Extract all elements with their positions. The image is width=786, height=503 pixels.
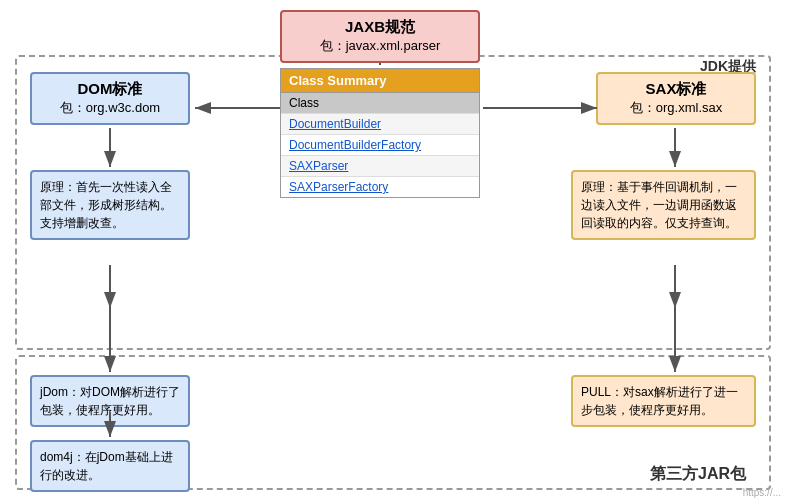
dom-desc-text: 原理：首先一次性读入全部文件，形成树形结构。支持增删改查。 xyxy=(40,180,172,230)
jaxb-title: JAXB规范 xyxy=(292,18,468,37)
dom4j-desc-text: dom4j：在jDom基础上进行的改进。 xyxy=(40,450,173,482)
pull-desc-text: PULL：对sax解析进行了进一步包装，使程序更好用。 xyxy=(581,385,738,417)
class-table-row-1[interactable]: DocumentBuilder xyxy=(281,113,479,134)
third-party-label: 第三方JAR包 xyxy=(650,464,746,485)
sax-desc-box: 原理：基于事件回调机制，一边读入文件，一边调用函数返回读取的内容。仅支持查询。 xyxy=(571,170,756,240)
jdom-desc-text: jDom：对DOM解析进行了包装，使程序更好用。 xyxy=(40,385,180,417)
dom-title: DOM标准 xyxy=(42,80,178,99)
class-table-col-header: Class xyxy=(281,92,479,113)
jaxb-box: JAXB规范 包：javax.xml.parser xyxy=(280,10,480,63)
sax-title: SAX标准 xyxy=(608,80,744,99)
dom-box: DOM标准 包：org.w3c.dom xyxy=(30,72,190,125)
watermark: https://... xyxy=(743,487,781,498)
pull-box: PULL：对sax解析进行了进一步包装，使程序更好用。 xyxy=(571,375,756,427)
main-container: JDK提供 第三方JAR包 JAXB规范 包：javax.xml.parser … xyxy=(0,0,786,503)
class-table-header: Class Summary xyxy=(281,69,479,92)
jaxb-subtitle: 包：javax.xml.parser xyxy=(292,37,468,55)
class-table-row-2[interactable]: DocumentBuilderFactory xyxy=(281,134,479,155)
class-table-row-3[interactable]: SAXParser xyxy=(281,155,479,176)
dom-subtitle: 包：org.w3c.dom xyxy=(42,99,178,117)
sax-desc-text: 原理：基于事件回调机制，一边读入文件，一边调用函数返回读取的内容。仅支持查询。 xyxy=(581,180,737,230)
jdom-box: jDom：对DOM解析进行了包装，使程序更好用。 xyxy=(30,375,190,427)
sax-box: SAX标准 包：org.xml.sax xyxy=(596,72,756,125)
class-table-row-4[interactable]: SAXParserFactory xyxy=(281,176,479,197)
sax-subtitle: 包：org.xml.sax xyxy=(608,99,744,117)
dom4j-box: dom4j：在jDom基础上进行的改进。 xyxy=(30,440,190,492)
class-summary-table: Class Summary Class DocumentBuilder Docu… xyxy=(280,68,480,198)
dom-desc-box: 原理：首先一次性读入全部文件，形成树形结构。支持增删改查。 xyxy=(30,170,190,240)
